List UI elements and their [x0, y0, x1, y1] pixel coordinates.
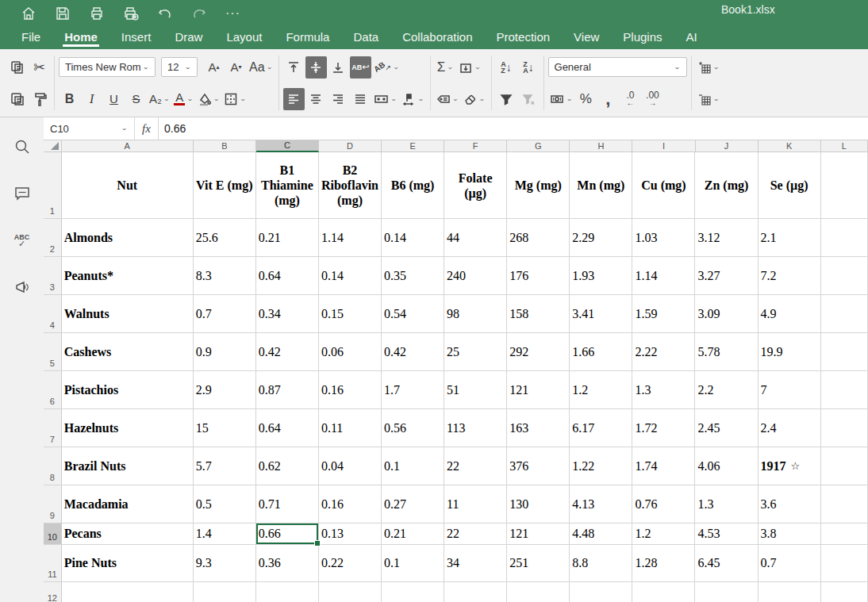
cell-A6[interactable]: Pistachios	[62, 371, 194, 409]
menu-insert[interactable]: Insert	[109, 26, 163, 48]
menu-view[interactable]: View	[562, 26, 611, 48]
col-header-C[interactable]: C	[256, 140, 319, 152]
cell-H11[interactable]: 8.8	[570, 545, 632, 582]
bold-button[interactable]: B	[59, 88, 80, 110]
fill-color-button[interactable]: ⌄	[196, 88, 221, 110]
cell-H7[interactable]: 6.17	[570, 409, 632, 447]
cell-L3[interactable]	[821, 257, 868, 295]
cell-I6[interactable]: 1.3	[632, 371, 695, 409]
menu-collaboration[interactable]: Collaboration	[390, 26, 484, 48]
change-case-button[interactable]: Aa⌄	[248, 56, 275, 79]
cell-H10[interactable]: 4.48	[570, 523, 632, 545]
cell-I9[interactable]: 0.76	[632, 485, 695, 523]
comments-icon[interactable]	[12, 183, 33, 204]
col-header-B[interactable]: B	[194, 140, 256, 152]
cell-H8[interactable]: 1.22	[570, 447, 632, 485]
cell-B8[interactable]: 5.7	[194, 447, 256, 485]
cell-E2[interactable]: 0.14	[382, 219, 444, 257]
col-header-G[interactable]: G	[507, 140, 570, 152]
print-icon[interactable]	[79, 4, 113, 23]
align-middle-button[interactable]	[305, 56, 327, 79]
cell-G12[interactable]	[507, 582, 570, 602]
name-box[interactable]: C10 ⌄	[44, 117, 135, 140]
row-header-2[interactable]: 2	[44, 219, 62, 257]
cell-C9[interactable]: 0.71	[256, 485, 319, 523]
align-right-button[interactable]	[328, 88, 349, 110]
cell-L10[interactable]	[821, 523, 868, 545]
row-header-8[interactable]: 8	[44, 447, 62, 485]
cell-J11[interactable]: 6.45	[695, 545, 758, 582]
align-center-button[interactable]	[305, 88, 327, 110]
cell-K7[interactable]: 2.4	[759, 409, 821, 447]
cell-D4[interactable]: 0.15	[319, 295, 382, 333]
clear-button[interactable]: ⌄	[461, 88, 486, 110]
cell-L6[interactable]	[821, 371, 868, 409]
menu-plugins[interactable]: Plugins	[611, 26, 674, 48]
cell-G8[interactable]: 376	[507, 447, 570, 485]
menu-layout[interactable]: Layout	[214, 26, 274, 48]
save-icon[interactable]	[45, 4, 79, 23]
cell-E5[interactable]: 0.42	[382, 333, 444, 371]
cell-L2[interactable]	[821, 219, 868, 257]
font-color-button[interactable]: A⌄	[172, 88, 194, 110]
cell-A12[interactable]	[62, 582, 194, 602]
cell-C11[interactable]: 0.36	[256, 545, 319, 582]
cell-F3[interactable]: 240	[444, 257, 507, 295]
cell-A4[interactable]: Walnuts	[62, 295, 194, 333]
cell-F8[interactable]: 22	[444, 447, 507, 485]
cell-A9[interactable]: Macadamia	[62, 485, 194, 523]
cell-K1[interactable]: Se (µg)	[759, 152, 821, 219]
cell-L1[interactable]	[821, 152, 868, 219]
cell-J3[interactable]: 3.27	[695, 257, 758, 295]
cell-K5[interactable]: 19.9	[759, 333, 821, 371]
number-format-combo[interactable]: General⌄	[548, 57, 687, 77]
formula-input[interactable]: 0.66	[159, 117, 868, 140]
cell-G5[interactable]: 292	[507, 333, 570, 371]
row-header-3[interactable]: 3	[44, 257, 62, 295]
menu-file[interactable]: File	[10, 26, 52, 48]
cell-K4[interactable]: 4.9	[759, 295, 821, 333]
col-header-I[interactable]: I	[632, 140, 695, 152]
cell-C10[interactable]: 0.66	[256, 523, 319, 545]
cell-A5[interactable]: Cashews	[62, 333, 194, 371]
cell-I10[interactable]: 1.2	[632, 523, 695, 545]
col-header-L[interactable]: L	[821, 140, 868, 152]
row-header-11[interactable]: 11	[44, 545, 62, 582]
cell-B5[interactable]: 0.9	[194, 333, 256, 371]
cell-B12[interactable]	[194, 582, 256, 602]
cell-J5[interactable]: 5.78	[695, 333, 758, 371]
cell-E4[interactable]: 0.54	[382, 295, 444, 333]
cell-G2[interactable]: 268	[507, 219, 570, 257]
cell-G4[interactable]: 158	[507, 295, 570, 333]
row-header-7[interactable]: 7	[44, 409, 62, 447]
spellcheck-icon[interactable]: ABC✓	[12, 230, 33, 251]
col-header-D[interactable]: D	[319, 140, 382, 152]
cell-H9[interactable]: 4.13	[570, 485, 632, 523]
col-header-A[interactable]: A	[62, 140, 194, 152]
cell-C12[interactable]	[256, 582, 319, 602]
cell-H6[interactable]: 1.2	[570, 371, 632, 409]
cell-F1[interactable]: Folate (µg)	[444, 152, 507, 219]
cell-E3[interactable]: 0.35	[382, 257, 444, 295]
home-icon[interactable]	[11, 4, 45, 23]
cell-D9[interactable]: 0.16	[319, 485, 382, 523]
cell-F12[interactable]	[444, 582, 507, 602]
merge-cells-button[interactable]: ⌄	[372, 88, 398, 110]
cell-D2[interactable]: 1.14	[319, 219, 382, 257]
format-painter-button[interactable]	[29, 88, 50, 110]
cell-B9[interactable]: 0.5	[194, 485, 256, 523]
cell-L5[interactable]	[821, 333, 868, 371]
cell-A3[interactable]: Peanuts*	[62, 257, 194, 295]
cell-J8[interactable]: 4.06	[695, 447, 758, 485]
row-header-12[interactable]: 12	[44, 582, 62, 602]
cell-J12[interactable]	[695, 582, 758, 602]
cell-A8[interactable]: Brazil Nuts	[62, 447, 194, 485]
menu-home[interactable]: Home	[52, 26, 109, 48]
cell-K2[interactable]: 2.1	[759, 219, 821, 257]
cell-I2[interactable]: 1.03	[632, 219, 695, 257]
insert-cells-button[interactable]: ⌄	[696, 56, 721, 79]
cell-C7[interactable]: 0.64	[256, 409, 319, 447]
cell-I12[interactable]	[632, 582, 695, 602]
cell-J10[interactable]: 4.53	[695, 523, 758, 545]
row-header-5[interactable]: 5	[44, 333, 62, 371]
